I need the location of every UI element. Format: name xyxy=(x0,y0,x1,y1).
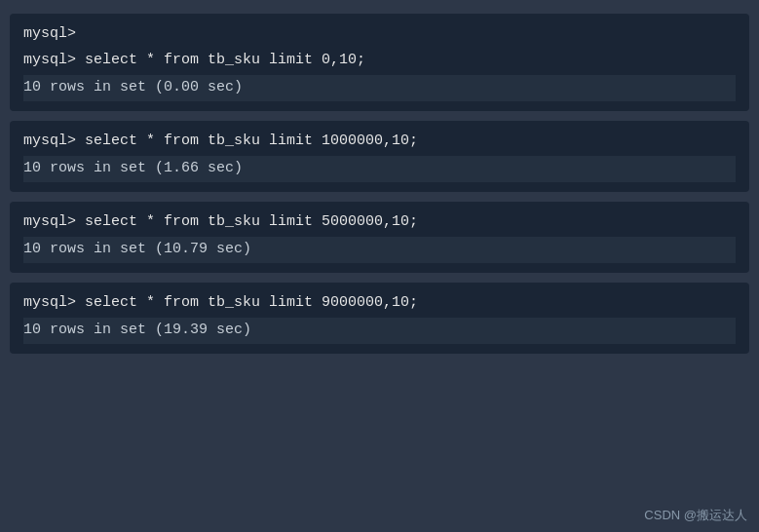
terminal-block-1: mysql> mysql> select * from tb_sku limit… xyxy=(10,14,749,111)
terminal-block-3: mysql> select * from tb_sku limit 500000… xyxy=(10,202,749,273)
result-line-3: 10 rows in set (10.79 sec) xyxy=(23,237,736,263)
result-line-4: 10 rows in set (19.39 sec) xyxy=(23,318,736,344)
terminal-block-4: mysql> select * from tb_sku limit 900000… xyxy=(10,283,749,354)
result-line-1: 10 rows in set (0.00 sec) xyxy=(23,75,736,101)
watermark: CSDN @搬运达人 xyxy=(644,507,747,524)
command-line-4: mysql> select * from tb_sku limit 900000… xyxy=(23,292,736,315)
terminal-block-2: mysql> select * from tb_sku limit 100000… xyxy=(10,121,749,192)
command-line-3: mysql> select * from tb_sku limit 500000… xyxy=(23,211,736,234)
command-line-1: mysql> select * from tb_sku limit 0,10; xyxy=(23,50,736,72)
prompt-line: mysql> xyxy=(23,23,736,46)
result-line-2: 10 rows in set (1.66 sec) xyxy=(23,156,736,182)
command-line-2: mysql> select * from tb_sku limit 100000… xyxy=(23,131,736,153)
